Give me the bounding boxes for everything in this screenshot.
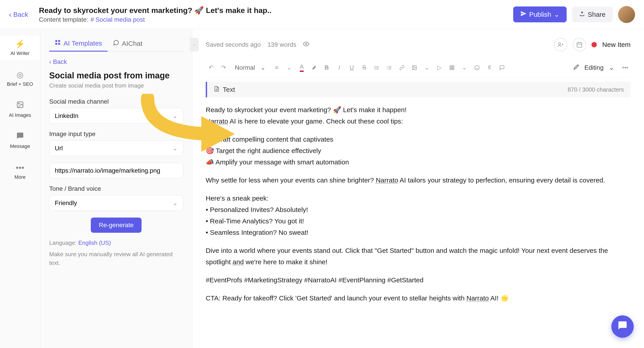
back-button[interactable]: ‹ Back <box>9 10 28 19</box>
rail-item-ai-writer[interactable]: ⚡ AI Writer <box>0 36 40 60</box>
tone-value: Friendly <box>55 199 77 207</box>
clear-format-button[interactable] <box>484 62 495 73</box>
video-button[interactable]: ▷ <box>434 62 445 73</box>
highlight-button[interactable] <box>309 62 320 73</box>
message-icon <box>16 132 24 142</box>
brand-word: Narrato <box>376 176 398 184</box>
template-link[interactable]: # Social media post <box>90 16 145 23</box>
content-line: Why settle for less when your events can… <box>206 176 376 184</box>
pencil-icon <box>574 64 579 71</box>
channel-value: LinkedIn <box>55 112 78 120</box>
comment-button[interactable] <box>497 62 507 73</box>
hashtags: #EventProfs #MarketingStrategy #NarratoA… <box>206 274 630 286</box>
content-bullet: 🔥 Craft compelling content that captivat… <box>206 136 334 143</box>
chevron-down-icon: ⌄ <box>260 64 266 71</box>
tab-ai-templates[interactable]: AI Templates <box>49 36 108 52</box>
chevron-down-icon: ⌄ <box>172 112 178 120</box>
status-label[interactable]: New Item <box>602 41 630 48</box>
toolbar: ↶ ↷ Normal ⌄ ≡ ⌄ A B I U S 123 <box>206 58 630 77</box>
page-title: Ready to skyrocket your event marketing?… <box>39 6 513 15</box>
table-dropdown[interactable]: ⌄ <box>459 62 470 73</box>
align-dropdown[interactable]: ⌄ <box>284 62 294 73</box>
content-bullet: • Real-Time Analytics? You got it! <box>206 217 304 225</box>
chat-bubble-button[interactable] <box>611 315 634 338</box>
svg-point-6 <box>306 43 307 45</box>
svg-rect-16 <box>389 66 391 67</box>
numbered-list-button[interactable]: 123 <box>384 62 395 73</box>
image-dropdown[interactable]: ⌄ <box>422 62 432 73</box>
add-user-button[interactable] <box>554 38 567 51</box>
channel-select[interactable]: LinkedIn ⌄ <box>49 108 183 124</box>
rail-item-brief-seo[interactable]: ◎ Brief + SEO <box>0 67 40 91</box>
panel-subtitle: Create social media post from image <box>49 82 183 89</box>
template-name: Social media post <box>96 16 145 23</box>
header-content: Ready to skyrocket your event marketing?… <box>39 6 513 23</box>
more-button[interactable]: ••• <box>620 62 630 73</box>
editor: Saved seconds ago 139 words New Item ↶ ↷ <box>192 29 644 348</box>
italic-button[interactable]: I <box>334 62 344 73</box>
svg-rect-8 <box>577 43 582 47</box>
format-select[interactable]: Normal ⌄ <box>231 62 270 73</box>
strikethrough-button[interactable]: S <box>359 62 370 73</box>
content-line: AI tailors your strategy to perfection, … <box>398 176 605 184</box>
rail-item-more[interactable]: ••• More <box>0 160 40 183</box>
lightning-icon: ⚡ <box>15 39 25 49</box>
input-type-select[interactable]: Url ⌄ <box>49 140 183 156</box>
chevron-down-icon: ⌄ <box>554 10 560 18</box>
rail-item-ai-images[interactable]: AI Images <box>0 97 40 122</box>
url-input[interactable] <box>49 163 183 178</box>
editing-mode-select[interactable]: Editing ⌄ <box>570 62 618 73</box>
share-button[interactable]: Share <box>572 7 613 22</box>
svg-rect-23 <box>450 66 454 70</box>
eye-icon[interactable] <box>303 41 309 49</box>
tone-label: Tone / Brand voice <box>49 185 183 192</box>
status-dot[interactable] <box>592 42 597 47</box>
left-rail: ⚡ AI Writer ◎ Brief + SEO AI Images Mess… <box>0 29 40 348</box>
calendar-button[interactable] <box>573 38 586 51</box>
table-button[interactable] <box>446 62 457 73</box>
align-button[interactable]: ≡ <box>271 62 282 73</box>
collapse-handle[interactable]: ‹ <box>190 38 199 51</box>
publish-button[interactable]: Publish ⌄ <box>513 6 567 22</box>
chevron-left-icon: ‹ <box>9 10 12 19</box>
sidebar-panel: AI Templates AIChat ‹ Back Social media … <box>40 29 192 348</box>
undo-button[interactable]: ↶ <box>206 62 216 73</box>
regenerate-button[interactable]: Re-generate <box>91 217 142 233</box>
language-link[interactable]: English (US) <box>78 239 111 246</box>
rail-label: AI Images <box>9 112 31 118</box>
image-button[interactable] <box>409 62 420 73</box>
rail-item-message[interactable]: Message <box>0 128 40 153</box>
tone-select[interactable]: Friendly ⌄ <box>49 195 183 211</box>
bold-button[interactable]: B <box>321 62 332 73</box>
content-line: Ready to skyrocket your event marketing?… <box>206 106 406 114</box>
text-label-text: Text <box>223 86 235 93</box>
word: and <box>232 258 244 266</box>
avatar[interactable] <box>618 6 635 23</box>
link-button[interactable] <box>396 62 407 73</box>
word-count: 139 words <box>268 41 296 48</box>
emoji-button[interactable] <box>472 62 482 73</box>
svg-rect-5 <box>58 43 60 45</box>
publish-label: Publish <box>529 11 551 18</box>
text-color-button[interactable]: A <box>296 62 307 73</box>
bullet-list-button[interactable] <box>372 62 382 73</box>
tab-ai-chat[interactable]: AIChat <box>108 36 148 51</box>
svg-point-9 <box>374 66 376 67</box>
svg-point-7 <box>558 43 560 45</box>
brand-word: Narrato <box>206 118 228 125</box>
content-editable[interactable]: Ready to skyrocket your event marketing?… <box>206 104 630 304</box>
chevron-down-icon: ⌄ <box>609 64 614 71</box>
rail-label: Brief + SEO <box>7 81 33 87</box>
header-actions: Publish ⌄ Share <box>513 6 635 23</box>
underline-button[interactable]: U <box>346 62 357 73</box>
rail-label: AI Writer <box>10 50 30 56</box>
redo-button[interactable]: ↷ <box>218 62 229 73</box>
svg-rect-2 <box>56 40 57 42</box>
svg-point-24 <box>475 65 479 70</box>
content-line: CTA: Ready for takeoff? Click 'Get Start… <box>206 294 466 302</box>
panel-back-button[interactable]: ‹ Back <box>49 58 183 65</box>
content-bullet: 🎯 Target the right audience effectively <box>206 147 321 154</box>
back-label: Back <box>13 11 28 18</box>
editor-status-bar: Saved seconds ago 139 words New Item <box>206 38 630 51</box>
template-label: Content template: <box>39 16 88 23</box>
